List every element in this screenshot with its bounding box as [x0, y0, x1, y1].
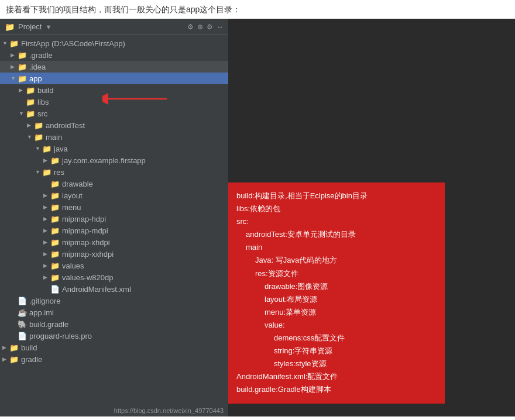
- settings-icon[interactable]: ⚙: [187, 23, 194, 31]
- tree-icon: 📁: [50, 214, 60, 223]
- tree-icon: 📁: [50, 249, 60, 259]
- annotation-line: layout:布局资源: [236, 293, 437, 306]
- tree-label: proguard-rules.pro: [29, 332, 92, 340]
- tree-arrow: ▶: [43, 157, 50, 163]
- tree-item-gradle2[interactable]: ▶ 📁 gradle: [0, 353, 228, 365]
- tree-label: mipmap-hdpi: [62, 215, 106, 223]
- dropdown-icon[interactable]: ▼: [45, 23, 52, 30]
- tree-icon: ☕: [18, 308, 27, 317]
- tree-item-menu[interactable]: ▶ 📁 menu: [0, 201, 228, 213]
- tree-arrow: ▼: [27, 134, 34, 140]
- tree-arrow: ▶: [11, 52, 18, 58]
- tree-item-gitignore[interactable]: 📄 .gitignore: [0, 295, 228, 307]
- file-tree: ▼ 📁 FirstApp (D:\ASCode\FirstApp) ▶ 📁 .g…: [0, 35, 228, 367]
- annotation-line: build.gradle:Gradle构建脚本: [236, 383, 437, 396]
- tree-icon: 📁: [50, 237, 60, 247]
- panel-header: 📁 Project ▼ ⚙ ⊕ ⚙ ↔: [0, 19, 228, 35]
- tree-item-androidTest[interactable]: ▶ 📁 androidTest: [0, 119, 228, 131]
- annotation-line: Java: 写Java代码的地方: [236, 254, 437, 267]
- expand-icon[interactable]: ↔: [217, 23, 224, 31]
- project-panel: 📁 Project ▼ ⚙ ⊕ ⚙ ↔ ▼ 📁 FirstApp (D:\ASC…: [0, 19, 228, 416]
- tree-icon: 📁: [34, 121, 43, 130]
- main-container: 📁 Project ▼ ⚙ ⊕ ⚙ ↔ ▼ 📁 FirstApp (D:\ASC…: [0, 19, 515, 416]
- tree-arrow: ▼: [35, 169, 42, 175]
- tree-icon: 📁: [50, 179, 60, 188]
- tree-item-values-w820dp[interactable]: ▶ 📁 values-w820dp: [0, 271, 228, 283]
- tree-item-src[interactable]: ▼ 📁 src: [0, 108, 228, 119]
- tree-arrow: ▼: [19, 111, 26, 116]
- tree-item-main[interactable]: ▼ 📁 main: [0, 131, 228, 143]
- tree-icon: 📄: [18, 296, 27, 305]
- tree-icon: 📁: [9, 343, 19, 352]
- tree-icon: 📁: [42, 167, 52, 177]
- tree-item-package[interactable]: ▶ 📁 jay.com.example.firstapp: [0, 154, 228, 166]
- tree-icon: 📁: [18, 62, 27, 71]
- tree-item-drawable[interactable]: 📁 drawable: [0, 178, 228, 190]
- tree-label: jay.com.example.firstapp: [62, 156, 146, 165]
- annotation-line: AndroidManifest.xml:配置文件: [236, 370, 437, 383]
- tree-arrow: ▶: [43, 204, 50, 210]
- tree-label: values-w820dp: [62, 273, 113, 282]
- tree-item-layout[interactable]: ▶ 📁 layout: [0, 190, 228, 201]
- tree-arrow: ▼: [35, 146, 42, 152]
- tree-item-values[interactable]: ▶ 📁 values: [0, 260, 228, 271]
- annotation-line: src:: [236, 215, 437, 228]
- tree-item-idea[interactable]: ▶ 📁 .idea: [0, 61, 228, 73]
- tree-icon: 📁: [34, 132, 43, 142]
- add-icon[interactable]: ⊕: [197, 23, 203, 31]
- tree-icon: 📁: [50, 156, 60, 165]
- annotation-line: menu:菜单资源: [236, 306, 437, 319]
- tree-label: app: [29, 74, 42, 83]
- tree-label: drawable: [62, 180, 93, 188]
- panel-title: Project: [18, 22, 42, 31]
- tree-label: AndroidManifest.xml: [62, 285, 131, 294]
- tree-label: .gradle: [29, 51, 53, 60]
- top-text: 接着看下我们的项目结构，而我们一般关心的只是app这个目录：: [0, 0, 515, 19]
- tree-icon: 📄: [50, 284, 60, 294]
- tree-arrow: ▶: [43, 239, 50, 245]
- tree-item-build_gradle[interactable]: 🐘 build.gradle: [0, 318, 228, 330]
- tree-icon: 📁: [26, 109, 35, 118]
- tree-arrow: ▶: [43, 228, 50, 233]
- tree-arrow: ▶: [43, 192, 50, 198]
- tree-icon: 📁: [9, 354, 19, 364]
- watermark: https://blog.csdn.net/weixin_49770443: [114, 407, 224, 414]
- tree-item-app_iml[interactable]: ☕ app.iml: [0, 307, 228, 318]
- folder-icon: 📁: [5, 22, 15, 32]
- tree-label: build: [21, 343, 37, 352]
- tree-item-build2[interactable]: ▶ 📁 build: [0, 342, 228, 353]
- tree-item-res[interactable]: ▼ 📁 res: [0, 166, 228, 178]
- tree-label: gradle: [21, 355, 42, 364]
- tree-item-mipmap-hdpi[interactable]: ▶ 📁 mipmap-hdpi: [0, 213, 228, 225]
- tree-label: java: [54, 144, 68, 153]
- tree-label: menu: [62, 203, 81, 212]
- tree-icon: 📁: [50, 202, 60, 212]
- annotation-line: androidTest:安卓单元测试的目录: [236, 228, 437, 241]
- tree-item-firstapp[interactable]: ▼ 📁 FirstApp (D:\ASCode\FirstApp): [0, 37, 228, 49]
- tree-label: layout: [62, 191, 83, 200]
- annotation-line: styles:style资源: [236, 357, 437, 370]
- tree-arrow: ▶: [27, 122, 34, 128]
- tree-icon: 📁: [26, 85, 35, 95]
- tree-arrow: ▶: [11, 64, 18, 70]
- tree-label: build: [37, 86, 53, 95]
- tree-item-java[interactable]: ▼ 📁 java: [0, 143, 228, 154]
- tree-icon: 🐘: [18, 319, 27, 329]
- tree-label: res: [54, 168, 64, 177]
- tree-label: FirstApp (D:\ASCode\FirstApp): [21, 39, 125, 48]
- tree-item-gradle[interactable]: ▶ 📁 .gradle: [0, 49, 228, 61]
- tree-item-proguard[interactable]: 📄 proguard-rules.pro: [0, 330, 228, 342]
- tree-item-AndroidManifest[interactable]: 📄 AndroidManifest.xml: [0, 283, 228, 295]
- config-icon[interactable]: ⚙: [207, 23, 213, 31]
- tree-item-mipmap-xxhdpi[interactable]: ▶ 📁 mipmap-xxhdpi: [0, 248, 228, 260]
- tree-label: libs: [37, 98, 49, 106]
- tree-item-mipmap-mdpi[interactable]: ▶ 📁 mipmap-mdpi: [0, 225, 228, 236]
- tree-icon: 📁: [18, 50, 27, 60]
- tree-item-mipmap-xhdpi[interactable]: ▶ 📁 mipmap-xhdpi: [0, 236, 228, 248]
- tree-label: src: [37, 109, 47, 118]
- tree-item-app[interactable]: ▼ 📁 app: [0, 73, 228, 84]
- annotation-box: build:构建目录,相当于Eclpise的bin目录libs:依赖的包src:…: [228, 183, 445, 404]
- tree-arrow: ▶: [43, 251, 50, 257]
- tree-arrow: ▶: [2, 345, 9, 350]
- panel-header-icons: ⚙ ⊕ ⚙ ↔: [187, 23, 224, 31]
